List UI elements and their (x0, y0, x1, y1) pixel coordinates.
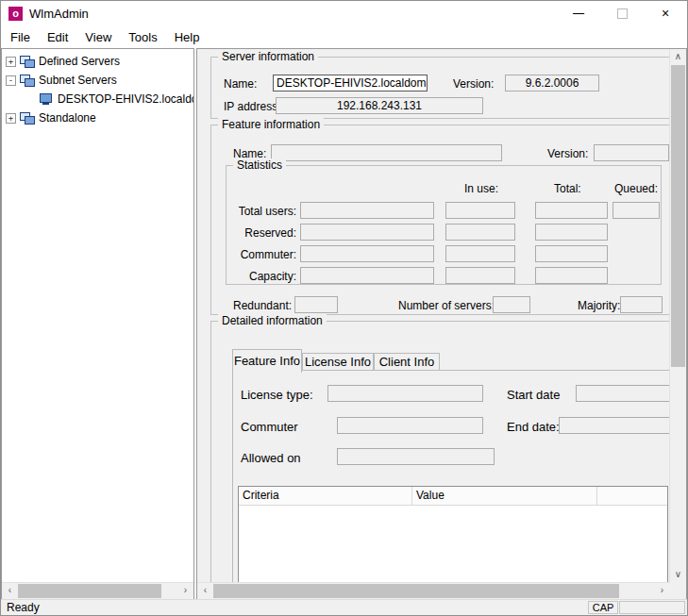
maximize-icon (617, 8, 628, 19)
reserved-label: Reserved: (232, 226, 296, 240)
commuter-in-use-field (445, 245, 515, 262)
ip-address-field: 192.168.243.131 (276, 97, 483, 114)
feature-info-tabpage: License type: Start date Commuter End da… (232, 370, 670, 583)
end-date-label: End date: (507, 420, 560, 434)
total-users-total-field (535, 202, 608, 219)
total-users-queued-field (612, 202, 660, 219)
license-type-field (327, 385, 483, 402)
menu-help[interactable]: Help (166, 27, 209, 47)
license-type-label: License type: (241, 388, 313, 402)
tab-license-info[interactable]: License Info (302, 353, 374, 372)
feature-name-field (271, 144, 502, 161)
server-group-icon (20, 112, 35, 125)
empty-column-header[interactable] (597, 487, 667, 505)
server-group-icon (20, 56, 35, 68)
menu-edit[interactable]: Edit (39, 27, 76, 47)
tree-item-label: Subnet Servers (39, 74, 117, 87)
majority-label: Majority: (578, 299, 620, 312)
scroll-down-icon[interactable]: ∨ (670, 567, 686, 583)
tree-item-desktop-ehivis2[interactable]: DESKTOP-EHIVIS2.localdomain (2, 90, 193, 108)
criteria-table-header: Criteria Value (239, 487, 667, 506)
scrollbar-thumb[interactable] (671, 65, 685, 367)
app-icon: o (8, 7, 23, 21)
tree-item-defined-servers[interactable]: + Defined Servers (2, 52, 193, 71)
server-name-label: Name: (224, 77, 257, 91)
server-version-field: 9.6.2.0006 (505, 75, 599, 92)
feature-information-legend: Feature information (218, 118, 324, 131)
window-title: WlmAdmin (29, 7, 89, 21)
capacity-field (300, 267, 434, 284)
caps-lock-indicator: CAP (588, 601, 618, 614)
detail-panel: Server information Name: DESKTOP-EHIVIS2… (196, 48, 687, 600)
menu-tools[interactable]: Tools (120, 27, 165, 47)
detail-vertical-scrollbar[interactable]: ∧ ∨ (669, 49, 686, 583)
statistics-group: Statistics In use: Total: Queued: Total … (226, 165, 662, 285)
collapse-icon[interactable]: - (6, 75, 16, 86)
tree-item-subnet-servers[interactable]: - Subnet Servers (2, 71, 193, 90)
reserved-field (300, 224, 434, 241)
queued-column-header: Queued: (614, 182, 658, 195)
majority-field (620, 296, 663, 313)
feature-version-label: Version: (547, 147, 588, 160)
capacity-label: Capacity: (232, 270, 296, 283)
total-users-in-use-field (445, 202, 515, 219)
scroll-up-icon[interactable]: ∧ (670, 49, 686, 65)
tab-feature-info[interactable]: Feature Info (232, 349, 302, 373)
detailed-information-group: Detailed information Feature Info Licens… (210, 321, 670, 583)
tab-client-info[interactable]: Client Info (374, 353, 440, 372)
commuter-label: Commuter: (232, 248, 296, 261)
expand-icon[interactable]: + (6, 113, 16, 124)
total-column-header: Total: (554, 182, 581, 195)
allowed-on-field (337, 448, 495, 465)
tree-item-label: DESKTOP-EHIVIS2.localdomain (58, 92, 193, 106)
scroll-left-icon[interactable]: ‹ (197, 583, 213, 599)
start-date-label: Start date (507, 388, 560, 402)
maximize-button[interactable] (600, 1, 644, 26)
reserved-total-field (535, 224, 608, 241)
detail-horizontal-scrollbar[interactable]: ‹ › (197, 582, 670, 599)
server-group-icon (20, 75, 35, 87)
menu-file[interactable]: File (2, 27, 39, 47)
detailed-information-legend: Detailed information (218, 314, 327, 327)
scroll-right-icon[interactable]: › (177, 583, 193, 599)
in-use-column-header: In use: (464, 182, 498, 195)
ip-address-label: IP address: (224, 100, 280, 113)
criteria-table-body (239, 506, 667, 583)
close-button[interactable]: × (644, 1, 687, 26)
commuter-total-field (535, 245, 608, 262)
redundant-label: Redundant: (233, 299, 292, 312)
allowed-on-label: Allowed on (241, 451, 301, 465)
criteria-table: Criteria Value (238, 486, 668, 583)
feature-information-group: Feature information Name: Version: Stati… (210, 125, 670, 315)
scroll-left-icon[interactable]: ‹ (2, 583, 18, 599)
scrollbar-thumb[interactable] (213, 584, 619, 598)
titlebar[interactable]: o WlmAdmin — × (1, 1, 687, 26)
server-name-field[interactable]: DESKTOP-EHIVIS2.localdomain (273, 75, 428, 92)
server-information-group: Server information Name: DESKTOP-EHIVIS2… (210, 57, 670, 119)
server-information-legend: Server information (218, 50, 318, 63)
server-tree-panel: + Defined Servers - Subnet Servers DESKT… (1, 48, 194, 600)
value-column-header[interactable]: Value (412, 487, 597, 505)
computer-icon (39, 93, 54, 106)
start-date-field (576, 385, 670, 402)
status-blank-cell (619, 601, 685, 614)
status-message: Ready (7, 601, 40, 614)
scrollbar-thumb[interactable] (18, 584, 161, 598)
menu-view[interactable]: View (76, 27, 120, 47)
tree-horizontal-scrollbar[interactable]: ‹ › (2, 582, 193, 599)
scrollbar-corner (670, 583, 686, 599)
reserved-in-use-field (445, 224, 515, 241)
expand-icon[interactable]: + (6, 57, 16, 67)
criteria-column-header[interactable]: Criteria (239, 487, 412, 505)
minimize-button[interactable]: — (557, 1, 600, 26)
capacity-in-use-field (445, 267, 515, 284)
commuter-field (300, 245, 434, 262)
server-version-label: Version: (453, 77, 494, 91)
total-users-label: Total users: (232, 205, 296, 218)
end-date-field (559, 417, 670, 434)
number-of-servers-label: Number of servers: (398, 299, 495, 312)
scroll-right-icon[interactable]: › (654, 583, 670, 599)
tree-item-standalone[interactable]: + Standalone (2, 108, 193, 127)
tree-item-label: Defined Servers (39, 55, 120, 68)
number-of-servers-field (493, 296, 530, 313)
